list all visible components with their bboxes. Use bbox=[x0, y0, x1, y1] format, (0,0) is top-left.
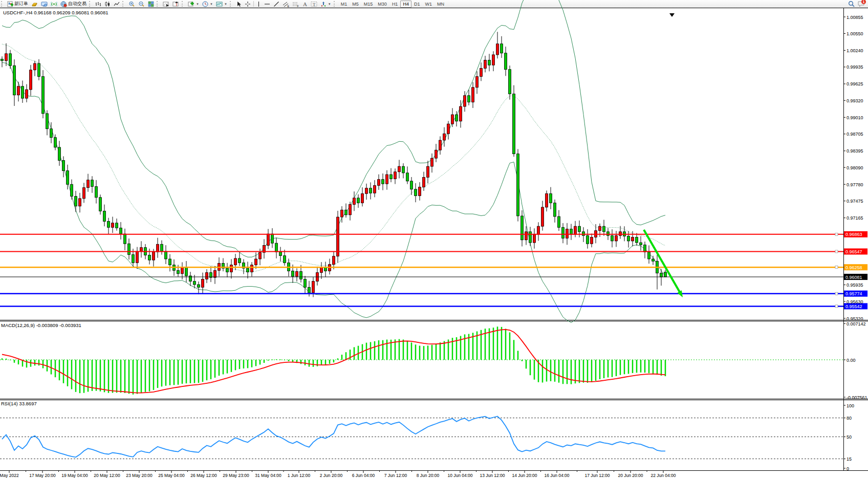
macd-histogram-bar bbox=[288, 360, 290, 361]
candle-bearish bbox=[132, 254, 135, 263]
candle-bullish bbox=[320, 267, 323, 273]
macd-histogram-bar bbox=[358, 346, 359, 360]
macd-histogram-bar bbox=[386, 340, 388, 360]
candle-bearish bbox=[198, 285, 200, 287]
macd-histogram-bar bbox=[153, 360, 155, 390]
hline-price-label: 0.95542 bbox=[845, 304, 862, 309]
macd-histogram-bar bbox=[554, 360, 556, 382]
candle-bullish bbox=[255, 259, 257, 265]
macd-histogram-bar bbox=[624, 360, 625, 374]
macd-histogram-bar bbox=[546, 360, 548, 382]
price-tick-label: 0.99320 bbox=[847, 98, 863, 103]
macd-histogram-bar bbox=[210, 360, 212, 379]
macd-histogram-bar bbox=[219, 360, 220, 376]
candle-bearish bbox=[410, 181, 413, 189]
macd-histogram-bar bbox=[227, 360, 228, 374]
candle-bullish bbox=[349, 205, 352, 215]
rsi-tick-label: 0 bbox=[847, 466, 849, 471]
candle-bearish bbox=[664, 272, 667, 277]
time-axis-label: 16 Jun 04:00 bbox=[544, 473, 569, 478]
candle-bullish bbox=[492, 55, 495, 65]
chart-canvas[interactable]: 0.968630.965470.962580.957740.955420.960… bbox=[0, 0, 868, 478]
macd-histogram-bar bbox=[284, 360, 286, 360]
macd-histogram-bar bbox=[149, 360, 150, 392]
macd-histogram-bar bbox=[329, 360, 331, 364]
macd-histogram-bar bbox=[579, 360, 580, 383]
candle-bearish bbox=[13, 66, 16, 95]
macd-histogram-bar bbox=[104, 360, 105, 392]
macd-histogram-bar bbox=[493, 328, 494, 360]
candle-bearish bbox=[300, 271, 302, 279]
macd-histogram-bar bbox=[599, 360, 601, 379]
macd-histogram-bar bbox=[300, 360, 302, 364]
candle-bullish bbox=[566, 229, 569, 238]
hline-anchor[interactable] bbox=[835, 292, 838, 295]
time-axis-label: 20 May 12:00 bbox=[94, 473, 120, 478]
price-tick-label: 0.99935 bbox=[847, 64, 863, 70]
macd-histogram-bar bbox=[567, 360, 568, 384]
hline-anchor[interactable] bbox=[835, 233, 838, 235]
hline-anchor[interactable] bbox=[835, 305, 838, 308]
macd-histogram-bar bbox=[550, 360, 552, 381]
candle-bearish bbox=[521, 216, 524, 240]
macd-histogram-bar bbox=[214, 360, 216, 378]
candle-bearish bbox=[648, 252, 650, 259]
macd-histogram-bar bbox=[411, 342, 413, 360]
macd-histogram-bar bbox=[243, 360, 245, 368]
macd-histogram-bar bbox=[182, 360, 183, 384]
macd-histogram-bar bbox=[337, 358, 339, 360]
macd-histogram-bar bbox=[341, 355, 343, 360]
rsi-tick-label: 80 bbox=[847, 416, 852, 421]
candle-bearish bbox=[107, 222, 110, 228]
candle-bullish bbox=[259, 252, 262, 259]
bid-price-label: 0.96081 bbox=[845, 275, 862, 280]
hline-anchor[interactable] bbox=[835, 250, 838, 253]
candle-bullish bbox=[140, 248, 143, 251]
candle-bearish bbox=[161, 244, 163, 251]
candle-bearish bbox=[370, 188, 372, 193]
macd-histogram-bar bbox=[534, 360, 535, 380]
chart-shift-marker[interactable] bbox=[669, 13, 675, 17]
macd-histogram-bar bbox=[112, 360, 114, 393]
macd-histogram-bar bbox=[620, 360, 621, 375]
macd-histogram-bar bbox=[333, 360, 335, 362]
candle-bullish bbox=[464, 96, 466, 106]
candle-bearish bbox=[75, 197, 77, 206]
macd-histogram-bar bbox=[628, 360, 630, 374]
candle-bullish bbox=[30, 70, 32, 90]
time-axis-label: 13 Jun 12:00 bbox=[480, 473, 505, 478]
candle-bearish bbox=[226, 268, 229, 272]
macd-histogram-bar bbox=[305, 360, 306, 365]
candle-bullish bbox=[619, 232, 622, 235]
macd-tick-label: 0.00 bbox=[847, 358, 856, 363]
hline-anchor[interactable] bbox=[835, 266, 838, 269]
macd-histogram-bar bbox=[10, 360, 11, 360]
time-axis-label: 17 Jun 12:00 bbox=[584, 473, 610, 478]
hline-price-label: 0.96547 bbox=[845, 249, 862, 254]
macd-histogram-bar bbox=[431, 345, 433, 360]
time-axis-label: 19 May 04:00 bbox=[61, 473, 88, 478]
candle-bearish bbox=[636, 237, 638, 243]
macd-histogram-bar bbox=[108, 360, 110, 393]
macd-histogram-bar bbox=[190, 360, 191, 383]
candle-bullish bbox=[480, 69, 483, 77]
macd-histogram-bar bbox=[374, 341, 376, 360]
macd-histogram-bar bbox=[235, 360, 236, 370]
trend-arrow-line[interactable] bbox=[644, 230, 681, 294]
macd-histogram-bar bbox=[603, 360, 605, 378]
candle-bullish bbox=[365, 188, 368, 194]
candle-bearish bbox=[468, 96, 470, 102]
candle-bullish bbox=[537, 226, 540, 234]
candle-bullish bbox=[26, 90, 28, 98]
time-axis-label: 1 Jun 12:00 bbox=[288, 473, 311, 478]
candle-bullish bbox=[439, 140, 442, 150]
candle-bullish bbox=[574, 226, 577, 234]
candle-bullish bbox=[374, 185, 376, 193]
macd-histogram-bar bbox=[186, 360, 187, 383]
candle-bearish bbox=[345, 210, 348, 215]
candle-bullish bbox=[398, 166, 401, 172]
candle-bullish bbox=[181, 267, 184, 274]
rsi-tick-label: 15 bbox=[847, 457, 852, 462]
candle-bullish bbox=[202, 279, 204, 287]
macd-histogram-bar bbox=[403, 339, 404, 360]
